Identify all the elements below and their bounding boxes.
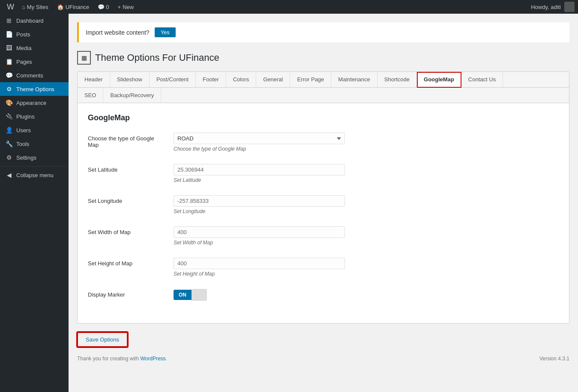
tabs-container: Header Slideshow Post/Content Footer Col… (77, 71, 569, 324)
media-icon: 🖼 (5, 45, 13, 51)
save-button-row: Save Options (77, 332, 569, 347)
footer-wordpress-link[interactable]: WordPress (140, 356, 165, 362)
sidebar-item-theme-options[interactable]: ⚙ Theme Options (0, 82, 69, 96)
comments-icon: 💬 (5, 72, 13, 79)
comment-icon: 💬 (98, 4, 105, 10)
section-title: GoogleMap (88, 113, 559, 122)
tab-contactus[interactable]: Contact Us (461, 72, 503, 87)
theme-options-icon: ⚙ (5, 86, 13, 92)
main-content: Import website content? Yes ▦ Theme Opti… (69, 14, 578, 392)
sidebar-item-comments[interactable]: 💬 Comments (0, 68, 69, 82)
label-height: Set Height of Map (88, 258, 165, 267)
input-latitude[interactable] (174, 164, 345, 175)
plugins-icon: 🔌 (5, 113, 13, 120)
tab-footer[interactable]: Footer (196, 72, 226, 87)
field-marker: ON (174, 289, 345, 301)
pages-icon: 📋 (5, 58, 13, 65)
save-options-button[interactable]: Save Options (77, 332, 128, 347)
import-yes-button[interactable]: Yes (155, 27, 176, 37)
sidebar-item-posts[interactable]: 📄 Posts (0, 27, 69, 41)
sidebar-item-pages[interactable]: 📋 Pages (0, 55, 69, 68)
admin-footer: Thank you for creating with WordPress. V… (77, 356, 569, 362)
adminbar-comments[interactable]: 💬 0 (93, 0, 113, 14)
tab-colors[interactable]: Colors (226, 72, 257, 87)
form-row-latitude: Set Latitude Set Latitude (88, 164, 559, 183)
form-row-marker: Display Marker ON (88, 289, 559, 301)
form-row-height: Set Height of Map Set Height of Map (88, 258, 559, 277)
field-map-type: ROAD SATELLITE HYBRID TERRAIN Choose the… (174, 133, 345, 152)
tab-shortcode[interactable]: Shortcode (377, 72, 417, 87)
tabs-row-2: SEO Backup/Recovery (78, 88, 569, 103)
tab-seo[interactable]: SEO (78, 88, 103, 103)
hint-height: Set Height of Map (174, 271, 345, 277)
content-area: GoogleMap Choose the type of Google Map … (78, 103, 569, 323)
users-icon: 👤 (5, 127, 13, 134)
label-map-type: Choose the type of Google Map (88, 133, 165, 148)
posts-icon: 📄 (5, 31, 13, 38)
tabs-row-1: Header Slideshow Post/Content Footer Col… (78, 72, 569, 88)
sidebar-collapse-menu[interactable]: ◀ Collapse menu (0, 168, 69, 182)
tab-googlemap[interactable]: GoogleMap (417, 72, 461, 88)
page-title-icon: ▦ (77, 51, 91, 65)
tab-postcontent[interactable]: Post/Content (150, 72, 196, 87)
adminbar-user: Howdy, aditi (531, 2, 575, 12)
field-longitude: Set Longitude (174, 195, 345, 214)
adminbar-my-sites[interactable]: ⌂ My Sites (18, 0, 53, 14)
form-row-width: Set Width of Map Set Width of Map (88, 226, 559, 246)
admin-bar: W ⌂ My Sites 🏠 UFinance 💬 0 + New Howdy,… (0, 0, 578, 14)
form-row-map-type: Choose the type of Google Map ROAD SATEL… (88, 133, 559, 152)
input-longitude[interactable] (174, 195, 345, 207)
wordpress-logo-icon[interactable]: W (3, 3, 18, 12)
sidebar-item-plugins[interactable]: 🔌 Plugins (0, 110, 69, 123)
label-longitude: Set Longitude (88, 195, 165, 204)
sidebar: ⊞ Dashboard 📄 Posts 🖼 Media 📋 Pages 💬 Co… (0, 14, 69, 392)
hint-map-type: Choose the type of Google Map (174, 146, 345, 152)
avatar[interactable] (564, 2, 575, 12)
adminbar-ufinance[interactable]: 🏠 UFinance (53, 0, 94, 14)
tab-general[interactable]: General (256, 72, 290, 87)
adminbar-new[interactable]: + New (114, 0, 138, 14)
toggle-off-area[interactable] (192, 289, 207, 301)
tools-icon: 🔧 (5, 140, 13, 147)
tab-errorpage[interactable]: Error Page (290, 72, 331, 87)
label-width: Set Width of Map (88, 226, 165, 235)
toggle-marker[interactable]: ON (174, 289, 345, 301)
sidebar-item-appearance[interactable]: 🎨 Appearance (0, 96, 69, 110)
plus-icon: + (118, 4, 121, 10)
input-height[interactable] (174, 258, 345, 269)
field-latitude: Set Latitude (174, 164, 345, 183)
import-notice: Import website content? Yes (77, 22, 569, 42)
tab-backuprecovery[interactable]: Backup/Recovery (103, 88, 161, 103)
import-notice-text: Import website content? (86, 29, 150, 36)
form-row-longitude: Set Longitude Set Longitude (88, 195, 559, 214)
label-latitude: Set Latitude (88, 164, 165, 173)
tab-header[interactable]: Header (78, 72, 110, 87)
field-height: Set Height of Map (174, 258, 345, 277)
tab-maintenance[interactable]: Maintenance (331, 72, 377, 87)
hint-width: Set Width of Map (174, 240, 345, 246)
input-width[interactable] (174, 226, 345, 238)
select-map-type[interactable]: ROAD SATELLITE HYBRID TERRAIN (174, 133, 345, 144)
sidebar-item-users[interactable]: 👤 Users (0, 123, 69, 137)
footer-version: Version 4.3.1 (539, 356, 569, 362)
sidebar-item-dashboard[interactable]: ⊞ Dashboard (0, 14, 69, 27)
collapse-icon: ◀ (5, 172, 13, 178)
sidebar-item-tools[interactable]: 🔧 Tools (0, 137, 69, 151)
label-marker: Display Marker (88, 289, 165, 298)
appearance-icon: 🎨 (5, 99, 13, 106)
tab-slideshow[interactable]: Slideshow (110, 72, 150, 87)
footer-left: Thank you for creating with WordPress. (77, 356, 167, 362)
site-icon: 🏠 (57, 4, 64, 10)
hint-latitude: Set Latitude (174, 177, 345, 183)
home-icon: ⌂ (22, 4, 25, 10)
sidebar-divider (0, 166, 69, 166)
hint-longitude: Set Longitude (174, 208, 345, 214)
sidebar-item-settings[interactable]: ⚙ Settings (0, 151, 69, 164)
page-title-row: ▦ Theme Options For UFinance (77, 51, 569, 65)
dashboard-icon: ⊞ (5, 17, 13, 24)
toggle-on-label[interactable]: ON (174, 290, 192, 300)
settings-icon: ⚙ (5, 154, 13, 161)
field-width: Set Width of Map (174, 226, 345, 246)
sidebar-item-media[interactable]: 🖼 Media (0, 41, 69, 55)
page-title: Theme Options For UFinance (95, 52, 219, 63)
